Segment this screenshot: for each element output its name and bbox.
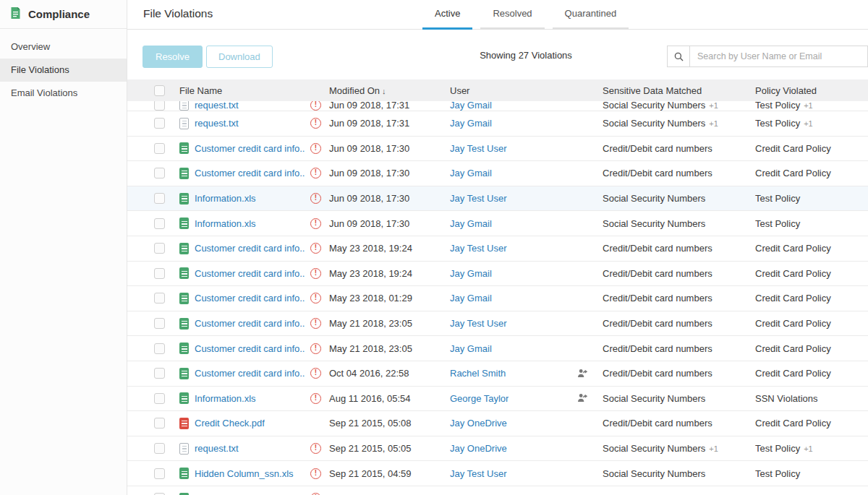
policy-violated-value: Credit Card Policy — [755, 268, 868, 279]
row-checkbox[interactable] — [154, 268, 165, 279]
file-name-link[interactable]: Information.xls — [195, 393, 256, 404]
resolve-button[interactable]: Resolve — [142, 46, 203, 68]
file-name-link[interactable]: request.txt — [195, 118, 239, 129]
table-row[interactable]: request.txt Sep 21 2015, 05:05 Jay OneDr… — [127, 436, 868, 462]
row-checkbox[interactable] — [154, 343, 165, 354]
user-link[interactable]: Rachel Smith — [450, 368, 506, 379]
user-link[interactable]: Jay Gmail — [450, 168, 492, 178]
table-row[interactable]: Customer credit card info... Jun 09 2018… — [127, 137, 868, 162]
row-checkbox[interactable] — [154, 243, 165, 254]
table-row[interactable]: Customer credit card info... May 23 2018… — [127, 236, 868, 262]
row-checkbox[interactable] — [154, 293, 165, 304]
user-link[interactable]: Jay Gmail — [450, 293, 492, 304]
table-row[interactable]: Hidden Column_ssn.xls Sep 21 2015, 04:59… — [127, 461, 868, 486]
user-link[interactable]: Jay Gmail — [450, 101, 492, 111]
table-row[interactable]: request.txt Jun 09 2018, 17:31 Jay Gmail… — [127, 101, 868, 111]
row-checkbox[interactable] — [154, 101, 165, 111]
violation-warning-icon[interactable] — [310, 468, 321, 479]
user-link[interactable]: Jay Gmail — [450, 343, 492, 354]
row-checkbox[interactable] — [154, 168, 165, 178]
user-link[interactable]: Jay Gmail — [450, 268, 492, 279]
file-type-icon — [179, 343, 189, 354]
sidebar-item-file-violations[interactable]: File Violations — [0, 59, 127, 82]
table-row[interactable]: Customer credit card info... May 23 2018… — [127, 262, 868, 287]
table-row[interactable]: Customer credit card info... — [127, 486, 868, 495]
violation-warning-icon[interactable] — [310, 218, 321, 229]
violation-warning-icon[interactable] — [310, 143, 321, 154]
violation-warning-icon[interactable] — [310, 268, 321, 279]
violation-warning-icon[interactable] — [310, 168, 321, 178]
violation-warning-icon[interactable] — [310, 243, 321, 254]
row-checkbox[interactable] — [154, 118, 165, 129]
row-checkbox[interactable] — [154, 368, 165, 379]
violation-warning-icon[interactable] — [310, 293, 321, 304]
table-row[interactable]: Credit Check.pdf Sep 21 2015, 05:08 Jay … — [127, 411, 868, 436]
file-name-link[interactable]: request.txt — [195, 101, 239, 111]
file-name-link[interactable]: Customer credit card info... — [195, 243, 305, 254]
row-checkbox[interactable] — [154, 218, 165, 229]
file-name-link[interactable]: Customer credit card info... — [195, 318, 305, 329]
search-input[interactable] — [690, 46, 867, 66]
table-row[interactable]: Information.xls Jun 09 2018, 17:30 Jay T… — [127, 186, 868, 212]
user-link[interactable]: Jay Test User — [450, 468, 507, 479]
file-type-icon — [179, 243, 189, 254]
violation-warning-icon[interactable] — [310, 368, 321, 379]
policy-violated-value: Test Policy+1 — [755, 118, 868, 129]
user-link[interactable]: Jay OneDrive — [450, 418, 507, 429]
file-name-link[interactable]: request.txt — [195, 443, 239, 454]
file-name-link[interactable]: Customer credit card info... — [195, 168, 305, 178]
violation-warning-icon[interactable] — [310, 393, 321, 404]
file-name-link[interactable]: Credit Check.pdf — [195, 418, 265, 429]
modified-on-value: Jun 09 2018, 17:31 — [329, 118, 450, 129]
tab-active[interactable]: Active — [422, 0, 472, 30]
file-name-link[interactable]: Customer credit card info... — [195, 368, 305, 379]
modified-on-value: Sep 21 2015, 04:59 — [329, 468, 450, 479]
violation-warning-icon[interactable] — [310, 193, 321, 204]
row-checkbox[interactable] — [154, 468, 165, 479]
policy-violated-value: Credit Card Policy — [755, 168, 868, 178]
download-button[interactable]: Download — [206, 46, 273, 68]
tab-resolved[interactable]: Resolved — [480, 0, 544, 30]
select-all-checkbox[interactable] — [154, 85, 165, 96]
row-checkbox[interactable] — [154, 418, 165, 429]
user-link[interactable]: Jay Test User — [450, 193, 507, 204]
table-row[interactable]: Information.xls Jun 09 2018, 17:30 Jay G… — [127, 211, 868, 236]
user-link[interactable]: Jay Gmail — [450, 218, 492, 229]
table-row[interactable]: Customer credit card info... May 21 2018… — [127, 336, 868, 361]
table-row[interactable]: Customer credit card info... May 23 2018… — [127, 286, 868, 311]
file-name-link[interactable]: Customer credit card info... — [195, 293, 305, 304]
violation-warning-icon[interactable] — [310, 318, 321, 329]
user-link[interactable]: George Taylor — [450, 393, 509, 404]
table-row[interactable]: Customer credit card info... Oct 04 2016… — [127, 361, 868, 387]
user-link[interactable]: Jay Test User — [450, 318, 507, 329]
modified-on-value: May 21 2018, 23:05 — [329, 318, 450, 329]
file-name-link[interactable]: Customer credit card info... — [195, 343, 305, 354]
file-name-link[interactable]: Information.xls — [195, 193, 256, 204]
column-header-modified-on[interactable]: Modified On↓ — [329, 85, 450, 96]
table-row[interactable]: request.txt Jun 09 2018, 17:31 Jay Gmail… — [127, 111, 868, 137]
row-checkbox[interactable] — [154, 193, 165, 204]
row-checkbox[interactable] — [154, 143, 165, 154]
row-checkbox[interactable] — [154, 318, 165, 329]
file-name-link[interactable]: Customer credit card info... — [195, 143, 305, 154]
file-name-link[interactable]: Information.xls — [195, 218, 256, 229]
row-checkbox[interactable] — [154, 443, 165, 454]
user-link[interactable]: Jay Gmail — [450, 118, 492, 129]
table-row[interactable]: Information.xls Aug 11 2016, 05:54 Georg… — [127, 387, 868, 412]
tab-quarantined[interactable]: Quarantined — [553, 0, 629, 30]
violation-warning-icon[interactable] — [310, 343, 321, 354]
file-name-link[interactable]: Hidden Column_ssn.xls — [195, 468, 294, 479]
sidebar-item-email-violations[interactable]: Email Violations — [0, 82, 127, 105]
violation-warning-icon[interactable] — [310, 101, 321, 111]
user-link[interactable]: Jay OneDrive — [450, 443, 507, 454]
row-checkbox[interactable] — [154, 393, 165, 404]
sidebar-item-overview[interactable]: Overview — [0, 35, 127, 59]
search-icon[interactable] — [668, 46, 690, 66]
table-row[interactable]: Customer credit card info... May 21 2018… — [127, 311, 868, 337]
table-row[interactable]: Customer credit card info... Jun 09 2018… — [127, 161, 868, 186]
user-link[interactable]: Jay Test User — [450, 143, 507, 154]
violation-warning-icon[interactable] — [310, 443, 321, 454]
file-name-link[interactable]: Customer credit card info... — [195, 268, 305, 279]
user-link[interactable]: Jay Test User — [450, 243, 507, 254]
violation-warning-icon[interactable] — [310, 118, 321, 129]
